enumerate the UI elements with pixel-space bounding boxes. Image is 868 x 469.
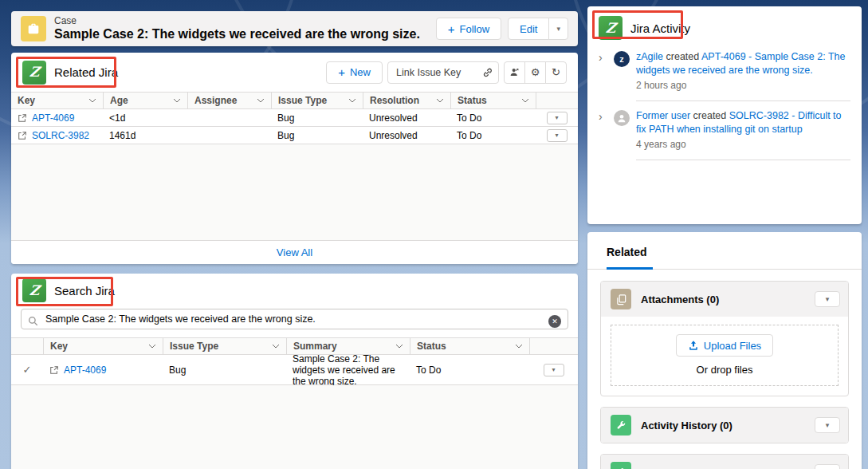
table-row: APT-4069 <1d Bug Unresolved To Do ▾: [11, 109, 578, 127]
chevron-down-icon[interactable]: [436, 98, 444, 103]
row-actions-button[interactable]: ▾: [544, 364, 564, 376]
activity-actor-link[interactable]: Former user: [636, 110, 690, 121]
age-cell: 1461d: [103, 130, 187, 141]
table-row: ✓ APT-4069 Bug Sample Case 2: The widget…: [11, 355, 578, 385]
status-cell: To Do: [410, 365, 529, 376]
related-panel: Related Attachments (0) ▾: [587, 232, 862, 469]
external-link-icon[interactable]: [18, 131, 27, 140]
assign-user-button[interactable]: [504, 61, 525, 84]
activity-item: › Former user created SOLRC-3982 - Diffi…: [599, 101, 850, 160]
column-header-actions: [536, 93, 578, 108]
column-header-actions: [529, 338, 578, 354]
divider: [636, 160, 850, 160]
column-header-status[interactable]: Status: [450, 93, 536, 108]
chevron-right-icon[interactable]: ›: [599, 50, 607, 101]
column-header-resolution[interactable]: Resolution: [363, 93, 450, 108]
card-actions-button[interactable]: ▾: [815, 464, 840, 469]
link-icon[interactable]: [482, 67, 493, 78]
column-header-issue-type[interactable]: Issue Type: [271, 93, 363, 108]
attachment-file-icon: [611, 289, 631, 309]
column-header-assignee[interactable]: Assignee: [187, 93, 271, 108]
selected-check-icon[interactable]: ✓: [11, 365, 43, 376]
caret-down-icon: ▾: [826, 296, 830, 303]
summary-cell: Sample Case 2: The widgets we received a…: [286, 351, 410, 389]
divider: [636, 100, 850, 101]
card-actions-button[interactable]: ▾: [815, 291, 840, 307]
external-link-icon[interactable]: [18, 113, 27, 123]
plus-icon: +: [338, 66, 345, 78]
column-header-status[interactable]: Status: [410, 338, 529, 354]
column-header-key[interactable]: Key: [43, 338, 163, 354]
activity-timestamp: 4 years ago: [636, 139, 850, 150]
search-icon: [28, 316, 38, 326]
zagile-icon: Z: [599, 16, 623, 40]
case-icon: [21, 16, 46, 41]
empty-table-area: [11, 385, 578, 469]
chevron-down-icon[interactable]: [88, 98, 96, 103]
refresh-button[interactable]: ↻: [545, 61, 567, 84]
chevron-down-icon[interactable]: [272, 344, 280, 349]
caret-down-icon: ▾: [555, 132, 558, 139]
caret-down-icon: ▾: [556, 26, 560, 33]
activity-verb: created: [666, 51, 700, 62]
chevron-right-icon[interactable]: ›: [599, 109, 607, 160]
row-actions-button[interactable]: ▾: [547, 112, 568, 124]
follow-button[interactable]: + Follow: [436, 18, 501, 40]
caret-down-icon: ▾: [555, 115, 558, 121]
search-jira-title: Search Jira: [54, 284, 115, 298]
jira-activity-panel: Z Jira Activity › z zAgile created APT-4…: [587, 6, 862, 224]
settings-gear-button[interactable]: ⚙: [524, 61, 546, 84]
new-issue-button[interactable]: + New: [326, 61, 383, 84]
empty-table-area: [11, 144, 578, 240]
tab-related[interactable]: Related: [607, 246, 647, 258]
avatar: [614, 110, 630, 126]
gear-icon: ⚙: [531, 66, 540, 78]
view-all-link[interactable]: View All: [277, 246, 312, 258]
caret-down-icon: ▾: [826, 422, 830, 429]
issue-key-link[interactable]: SOLRC-3982: [32, 130, 89, 141]
upload-files-button[interactable]: Upload Files: [676, 334, 773, 357]
chevron-down-icon[interactable]: [348, 98, 356, 103]
edit-dropdown-button[interactable]: ▾: [548, 18, 568, 40]
issue-key-link[interactable]: APT-4069: [64, 365, 106, 376]
search-jira-panel: Z Search Jira ✕ Key Issue Type Summary: [11, 274, 578, 469]
open-activities-card-title: Open Activities (0): [641, 467, 732, 469]
issue-key-link[interactable]: APT-4069: [32, 112, 74, 124]
clear-search-icon[interactable]: ✕: [548, 315, 561, 328]
activity-timestamp: 2 hours ago: [636, 80, 850, 91]
activity-item: › z zAgile created APT-4069 - Sample Cas…: [599, 42, 850, 101]
drop-files-hint: Or drop files: [697, 364, 753, 376]
issue-type-cell: Bug: [163, 365, 286, 376]
chevron-down-icon[interactable]: [257, 98, 265, 103]
column-header-age[interactable]: Age: [103, 93, 187, 108]
related-jira-title: Related Jira: [54, 65, 118, 79]
wrench-icon: [611, 415, 631, 436]
card-actions-button[interactable]: ▾: [815, 417, 840, 433]
jira-search-input[interactable]: [21, 309, 568, 329]
issue-type-cell: Bug: [271, 130, 363, 141]
age-cell: <1d: [103, 112, 187, 124]
file-dropzone[interactable]: Upload Files Or drop files: [611, 325, 839, 386]
open-activities-card: Open Activities (0) ▾: [600, 454, 849, 469]
chevron-down-icon[interactable]: [521, 98, 529, 103]
status-cell: To Do: [450, 112, 536, 124]
status-cell: To Do: [450, 130, 536, 141]
object-type-label: Case: [54, 16, 420, 26]
external-link-icon[interactable]: [49, 365, 59, 375]
jira-activity-title: Jira Activity: [630, 22, 690, 35]
active-tab-indicator: [607, 267, 653, 270]
edit-button[interactable]: Edit: [508, 18, 549, 40]
chevron-down-icon[interactable]: [148, 344, 156, 349]
resolution-cell: Unresolved: [363, 112, 450, 124]
refresh-icon: ↻: [552, 66, 560, 78]
activity-actor-link[interactable]: zAgile: [636, 51, 663, 62]
activity-history-card-title: Activity History (0): [641, 420, 732, 432]
chevron-down-icon[interactable]: [173, 98, 181, 103]
column-header-select: [11, 338, 43, 354]
row-actions-button[interactable]: ▾: [547, 129, 568, 142]
chevron-down-icon[interactable]: [395, 344, 403, 349]
attachments-card-header: Attachments (0) ▾: [601, 282, 848, 317]
column-header-key[interactable]: Key: [11, 93, 103, 108]
chevron-down-icon[interactable]: [515, 344, 523, 349]
column-header-issue-type[interactable]: Issue Type: [163, 338, 286, 354]
